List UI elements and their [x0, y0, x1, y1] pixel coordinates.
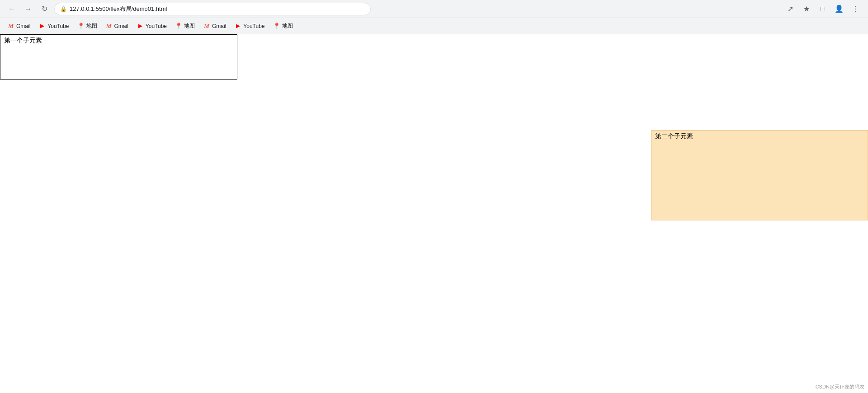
bookmark-youtube-1[interactable]: ▶ YouTube [35, 21, 72, 32]
bookmark-maps-1-label: 地图 [86, 22, 97, 30]
bookmark-gmail-3-label: Gmail [212, 23, 226, 29]
bookmark-youtube-2[interactable]: ▶ YouTube [133, 21, 170, 32]
profile-button[interactable]: 👤 [832, 2, 846, 16]
reload-icon: ↻ [42, 5, 47, 13]
watermark: CSDN@天秤座的码农 [816, 384, 864, 390]
share-icon: ➚ [788, 5, 793, 13]
page-content: 第一个子元素 第二个子元素 第三个子元素 [0, 34, 868, 393]
flex-child-2: 第二个子元素 [651, 130, 868, 220]
profile-icon: 👤 [835, 5, 844, 13]
bookmark-gmail-1-label: Gmail [16, 23, 30, 29]
forward-icon: → [24, 5, 32, 13]
back-button[interactable]: ← [5, 3, 18, 15]
bookmark-maps-2-label: 地图 [184, 22, 195, 30]
share-button[interactable]: ➚ [783, 2, 797, 16]
bookmark-maps-3-label: 地图 [282, 22, 293, 30]
gmail-icon-3: M [203, 23, 210, 30]
address-bar[interactable]: 🔒 127.0.0.1:5500/flex布局/demo01.html [54, 3, 371, 15]
nav-bar: ← → ↻ 🔒 127.0.0.1:5500/flex布局/demo01.htm… [0, 0, 868, 18]
browser-window: ← → ↻ 🔒 127.0.0.1:5500/flex布局/demo01.htm… [0, 0, 868, 393]
nav-right-buttons: ➚ ★ □ 👤 ⋮ [783, 2, 863, 16]
maps-icon-1: 📍 [77, 23, 85, 30]
menu-icon: ⋮ [852, 5, 859, 13]
window-button[interactable]: □ [816, 2, 830, 16]
child-2-label: 第二个子元素 [655, 132, 693, 140]
bookmark-youtube-3-label: YouTube [243, 23, 264, 29]
bookmark-youtube-1-label: YouTube [47, 23, 69, 29]
bookmarks-bar: M Gmail ▶ YouTube 📍 地图 M Gmail ▶ YouTube… [0, 18, 868, 34]
bookmark-maps-2[interactable]: 📍 地图 [171, 20, 198, 32]
bookmark-icon: ★ [803, 5, 810, 13]
maps-icon-3: 📍 [273, 23, 280, 30]
bookmark-youtube-2-label: YouTube [146, 23, 167, 29]
forward-button[interactable]: → [22, 3, 34, 15]
menu-button[interactable]: ⋮ [848, 2, 863, 16]
bookmark-gmail-1[interactable]: M Gmail [4, 21, 34, 32]
bookmark-maps-3[interactable]: 📍 地图 [269, 20, 297, 32]
bookmark-gmail-2-label: Gmail [114, 23, 128, 29]
address-text: 127.0.0.1:5500/flex布局/demo01.html [70, 5, 365, 13]
bookmark-button[interactable]: ★ [799, 2, 814, 16]
youtube-icon-1: ▶ [38, 23, 46, 30]
bookmark-youtube-3[interactable]: ▶ YouTube [231, 21, 268, 32]
window-icon: □ [821, 5, 825, 13]
back-icon: ← [8, 5, 15, 13]
gmail-icon-1: M [7, 23, 14, 30]
child-1-label: 第一个子元素 [4, 37, 42, 44]
bookmark-maps-1[interactable]: 📍 地图 [74, 20, 101, 32]
youtube-icon-3: ▶ [234, 23, 241, 30]
lock-icon: 🔒 [60, 6, 67, 12]
bookmark-gmail-3[interactable]: M Gmail [199, 21, 230, 32]
flex-child-1: 第一个子元素 [0, 34, 237, 80]
reload-button[interactable]: ↻ [38, 3, 51, 15]
gmail-icon-2: M [105, 23, 113, 30]
bookmark-gmail-2[interactable]: M Gmail [102, 21, 132, 32]
maps-icon-2: 📍 [175, 23, 182, 30]
youtube-icon-2: ▶ [137, 23, 144, 30]
